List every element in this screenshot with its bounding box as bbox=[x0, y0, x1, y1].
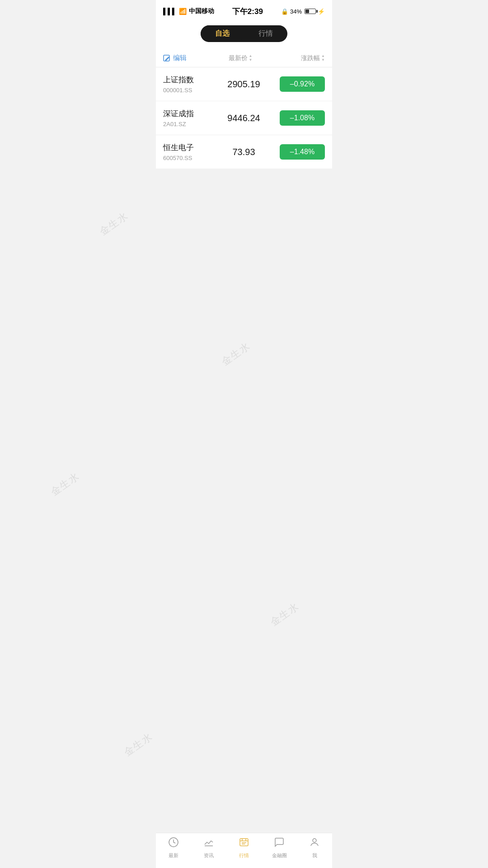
stock-price-0: 2905.19 bbox=[217, 79, 271, 90]
signal-icon: ▌▌▌ bbox=[163, 8, 177, 15]
status-carrier: ▌▌▌ 📶 中国移动 bbox=[163, 7, 214, 15]
status-bar: ▌▌▌ 📶 中国移动 下午2:39 🔒 34% ⚡ bbox=[156, 0, 332, 20]
stock-price-1: 9446.24 bbox=[217, 113, 271, 123]
stock-price-2: 73.93 bbox=[217, 147, 271, 157]
tab-watchlist[interactable]: 自选 bbox=[201, 25, 244, 42]
stock-list: 上证指数 000001.SS 2905.19 –0.92% 深证成指 2A01.… bbox=[156, 67, 332, 169]
change-sort: ▲ ▼ bbox=[321, 54, 325, 62]
change-badge-0: –0.92% bbox=[280, 76, 325, 92]
stock-code-1: 2A01.SZ bbox=[163, 121, 217, 127]
stock-info-2: 恒生电子 600570.SS bbox=[163, 142, 217, 161]
empty-area bbox=[156, 169, 332, 395]
stock-change-2: –1.48% bbox=[271, 144, 325, 160]
change-header[interactable]: 涨跌幅 ▲ ▼ bbox=[266, 54, 325, 62]
stock-item-1[interactable]: 深证成指 2A01.SZ 9446.24 –1.08% bbox=[156, 101, 332, 135]
wifi-icon: 📶 bbox=[179, 8, 187, 15]
battery-icon bbox=[305, 9, 316, 14]
edit-label: 编辑 bbox=[173, 54, 187, 62]
stock-info-1: 深证成指 2A01.SZ bbox=[163, 108, 217, 127]
tab-switcher: 自选 行情 bbox=[156, 20, 332, 49]
change-badge-2: –1.48% bbox=[280, 144, 325, 160]
stock-item-2[interactable]: 恒生电子 600570.SS 73.93 –1.48% bbox=[156, 135, 332, 169]
price-sort: ▲ ▼ bbox=[249, 54, 253, 62]
stock-name-1: 深证成指 bbox=[163, 108, 217, 119]
charge-icon: ⚡ bbox=[318, 8, 325, 15]
stock-change-1: –1.08% bbox=[271, 110, 325, 126]
lock-icon: 🔒 bbox=[281, 8, 288, 15]
change-badge-1: –1.08% bbox=[280, 110, 325, 126]
tab-market[interactable]: 行情 bbox=[244, 25, 287, 42]
edit-icon bbox=[163, 55, 170, 62]
stock-name-0: 上证指数 bbox=[163, 75, 217, 85]
edit-section[interactable]: 编辑 bbox=[163, 54, 215, 62]
stock-change-0: –0.92% bbox=[271, 76, 325, 92]
status-battery: 🔒 34% ⚡ bbox=[281, 8, 325, 15]
stock-info-0: 上证指数 000001.SS bbox=[163, 75, 217, 94]
column-headers: 编辑 最新价 ▲ ▼ 涨跌幅 ▲ ▼ bbox=[156, 49, 332, 67]
status-time: 下午2:39 bbox=[232, 6, 263, 17]
tab-pill: 自选 行情 bbox=[201, 25, 287, 42]
stock-item-0[interactable]: 上证指数 000001.SS 2905.19 –0.92% bbox=[156, 67, 332, 101]
stock-code-2: 600570.SS bbox=[163, 155, 217, 161]
price-header[interactable]: 最新价 ▲ ▼ bbox=[215, 54, 266, 62]
stock-name-2: 恒生电子 bbox=[163, 142, 217, 153]
stock-code-0: 000001.SS bbox=[163, 87, 217, 94]
